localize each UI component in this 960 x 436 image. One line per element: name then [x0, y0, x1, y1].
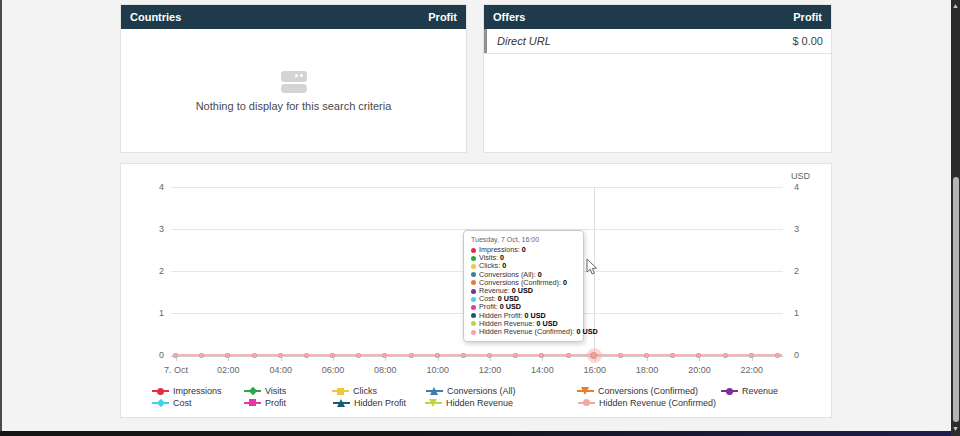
data-point-marker[interactable] [749, 353, 754, 358]
series-color-bullet-icon [471, 264, 476, 269]
square-series-marker-icon [244, 397, 261, 408]
data-point-marker[interactable] [409, 353, 414, 358]
circle-series-marker-icon [578, 397, 595, 408]
circle-series-marker-icon [152, 386, 169, 397]
legend-item-clicks[interactable]: Clicks [332, 385, 377, 397]
legend-item-visits[interactable]: Visits [244, 385, 286, 397]
legend-label: Hidden Revenue [446, 398, 513, 408]
legend-label: Visits [265, 386, 286, 396]
countries-panel-title: Countries [130, 11, 181, 23]
scrollbar-up-arrow-icon[interactable]: ▲ [951, 1, 960, 11]
legend-item-hidden-revenue[interactable]: Hidden Revenue [425, 397, 513, 409]
legend-label: Cost [173, 398, 192, 408]
x-axis-label: 18:00 [617, 365, 677, 375]
x-axis-label: 02:00 [198, 365, 258, 375]
circle-series-marker-icon [721, 386, 738, 397]
legend-label: Clicks [353, 386, 377, 396]
legend-item-cost[interactable]: Cost [152, 397, 192, 409]
data-point-marker[interactable] [696, 353, 701, 358]
legend-item-impressions[interactable]: Impressions [152, 385, 222, 397]
data-point-marker[interactable] [670, 353, 675, 358]
data-point-marker[interactable] [723, 353, 728, 358]
series-color-bullet-icon [471, 256, 476, 261]
scrollbar-thumb[interactable] [953, 177, 959, 422]
tooltip-title: Tuesday, 7 Oct, 16:00 [471, 236, 576, 243]
legend-item-hidden-revenue-confirmed[interactable]: Hidden Revenue (Confirmed) [578, 397, 716, 409]
data-point-marker[interactable] [618, 353, 623, 358]
countries-panel: Countries Profit Nothing to display for … [120, 4, 467, 153]
diamond-series-marker-icon [244, 386, 261, 397]
data-point-marker[interactable] [513, 353, 518, 358]
x-axis-label: 7. Oct [146, 365, 206, 375]
y-axis-label-right: 0 [794, 350, 799, 360]
series-baseline-line [174, 354, 782, 356]
chart-tooltip: Tuesday, 7 Oct, 16:00 Impressions: 0Visi… [463, 230, 584, 342]
legend-label: Impressions [173, 386, 222, 396]
offer-profit-value: $ 0.00 [792, 35, 823, 47]
triangle-down-series-marker-icon [577, 386, 594, 397]
y-axis-label-left: 1 [121, 308, 164, 318]
data-point-marker[interactable] [382, 353, 387, 358]
x-axis-label: 08:00 [355, 365, 415, 375]
triangle-series-marker-icon [333, 397, 350, 408]
page-scrollbar[interactable]: ▲ ▼ [951, 0, 960, 436]
x-axis-label: 14:00 [512, 365, 572, 375]
y-axis-label-left: 0 [121, 350, 164, 360]
scrollbar-down-arrow-icon[interactable]: ▼ [951, 424, 960, 434]
no-data-icon [281, 71, 307, 93]
legend-item-conversions-confirmed[interactable]: Conversions (Confirmed) [577, 385, 698, 397]
series-color-bullet-icon [471, 313, 476, 318]
y-axis-unit-label: USD [791, 171, 810, 181]
legend-label: Hidden Revenue (Confirmed) [599, 398, 716, 408]
offers-profit-column-header: Profit [793, 11, 822, 23]
data-point-marker[interactable] [487, 353, 492, 358]
y-axis-label-left: 3 [121, 224, 164, 234]
empty-state-message: Nothing to display for this search crite… [196, 100, 392, 112]
y-axis-label-left: 4 [121, 182, 164, 192]
series-color-bullet-icon [471, 330, 476, 335]
legend-label: Hidden Profit [354, 398, 406, 408]
offer-name: Direct URL [497, 35, 792, 47]
offers-panel: Offers Profit Direct URL $ 0.00 [483, 4, 832, 153]
x-axis-label: 20:00 [669, 365, 729, 375]
triangle-down-series-marker-icon [425, 397, 442, 408]
chart-plot-area[interactable]: USD Tuesday, 7 Oct, 16:00 Impressions: 0… [121, 164, 831, 417]
legend-item-profit[interactable]: Profit [244, 397, 286, 409]
data-point-marker[interactable] [775, 353, 780, 358]
offers-panel-header: Offers Profit [484, 5, 831, 29]
triangle-series-marker-icon [426, 386, 443, 397]
data-point-marker[interactable] [252, 353, 257, 358]
data-point-marker[interactable] [539, 353, 544, 358]
data-point-marker[interactable] [330, 353, 335, 358]
window-bottom-edge [0, 431, 960, 436]
y-axis-label-right: 3 [794, 224, 799, 234]
x-axis-label: 06:00 [303, 365, 363, 375]
data-point-marker[interactable] [225, 353, 230, 358]
data-point-marker[interactable] [278, 353, 283, 358]
data-point-marker[interactable] [304, 353, 309, 358]
legend-item-hidden-profit[interactable]: Hidden Profit [333, 397, 406, 409]
x-axis-label: 22:00 [722, 365, 782, 375]
data-point-marker[interactable] [435, 353, 440, 358]
series-color-bullet-icon [471, 280, 476, 285]
countries-profit-column-header: Profit [428, 11, 457, 23]
offer-row-direct-url[interactable]: Direct URL $ 0.00 [484, 29, 831, 54]
data-point-marker[interactable] [356, 353, 361, 358]
data-point-marker[interactable] [173, 353, 178, 358]
series-color-bullet-icon [471, 321, 476, 326]
legend-item-conversions-all[interactable]: Conversions (All) [426, 385, 516, 397]
data-point-marker[interactable] [644, 353, 649, 358]
x-axis-line [171, 356, 783, 357]
tooltip-row: Hidden Revenue (Confirmed): 0 USD [471, 328, 576, 336]
data-point-marker[interactable] [566, 353, 571, 358]
series-color-bullet-icon [471, 272, 476, 277]
series-color-bullet-icon [471, 305, 476, 310]
data-point-marker[interactable] [461, 353, 466, 358]
countries-empty-state: Nothing to display for this search crite… [121, 29, 466, 153]
y-axis-label-right: 4 [794, 182, 799, 192]
legend-item-revenue[interactable]: Revenue [721, 385, 778, 397]
mouse-cursor-icon [586, 258, 598, 276]
y-axis-label-right: 1 [794, 308, 799, 318]
data-point-marker[interactable] [199, 353, 204, 358]
x-axis-label: 12:00 [460, 365, 520, 375]
